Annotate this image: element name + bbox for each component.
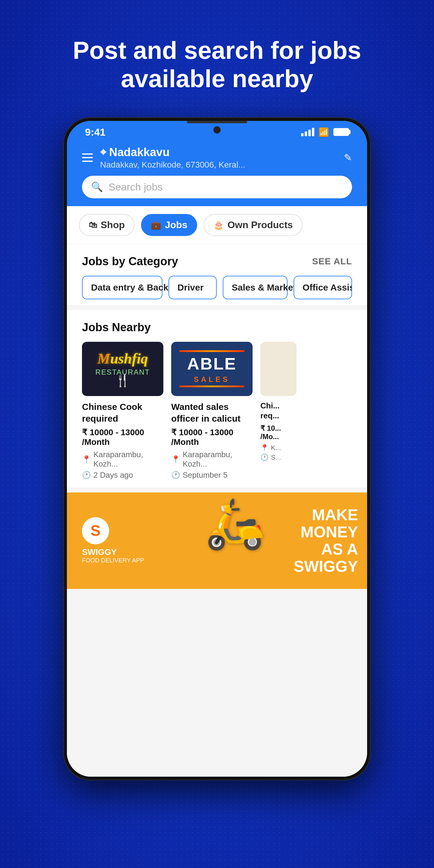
time-meta-icon: 🕐 bbox=[82, 471, 91, 479]
see-all-button[interactable]: SEE ALL bbox=[312, 256, 352, 267]
location-meta-icon-2: 📍 bbox=[171, 455, 180, 464]
location-name: ⌖ Nadakkavu bbox=[100, 146, 344, 159]
able-text: ABLE bbox=[187, 354, 237, 373]
own-products-icon: 🎂 bbox=[213, 220, 224, 230]
delivery-person-illustration: 🛵 bbox=[205, 495, 265, 552]
job-salary-2: ₹ 10000 - 13000 /Month bbox=[171, 427, 253, 447]
location-info: ⌖ Nadakkavu Nadakkav, Kozhikode, 673006,… bbox=[100, 146, 344, 170]
page-title: Post and search for jobs available nearb… bbox=[43, 0, 392, 117]
job-location-1: 📍 Karaparambu, Kozh... bbox=[82, 450, 163, 469]
time-meta-icon-3: 🕐 bbox=[260, 454, 269, 461]
location-subtitle: Nadakkav, Kozhikode, 673006, Keral... bbox=[100, 160, 344, 170]
swiggy-headline: MAKE MONEY AS A SWIGGY bbox=[293, 506, 358, 575]
tab-shop[interactable]: 🛍 Shop bbox=[79, 214, 134, 236]
hamburger-menu[interactable] bbox=[82, 153, 93, 162]
tab-shop-label: Shop bbox=[101, 219, 125, 230]
job-card-image-mushfiq: Mushfiq RESTAURANT 🍴 bbox=[82, 342, 163, 396]
time-meta-icon-2: 🕐 bbox=[171, 471, 180, 479]
tab-own-products-label: Own Products bbox=[227, 219, 293, 230]
app-header: ⌖ Nadakkavu Nadakkav, Kozhikode, 673006,… bbox=[67, 141, 367, 206]
categories-header: Jobs by Category SEE ALL bbox=[82, 255, 352, 268]
shop-icon: 🛍 bbox=[89, 220, 97, 230]
categories-title: Jobs by Category bbox=[82, 255, 178, 268]
categories-section: Jobs by Category SEE ALL Data entry & Ba… bbox=[67, 244, 367, 305]
signal-icon bbox=[301, 128, 314, 136]
job-title-2: Wanted sales officer in calicut bbox=[171, 401, 253, 424]
category-driver[interactable]: Driver bbox=[168, 276, 217, 299]
category-sales[interactable]: Sales & Marketing bbox=[223, 276, 287, 299]
category-office[interactable]: Office Assista... bbox=[293, 276, 352, 299]
search-bar[interactable]: 🔍 Search jobs bbox=[82, 176, 352, 198]
job-title-1: Chinese Cook required bbox=[82, 401, 163, 424]
job-posted-1: 🕐 2 Days ago bbox=[82, 470, 163, 480]
tab-jobs-label: Jobs bbox=[165, 219, 187, 230]
job-card-image-partial bbox=[260, 342, 297, 396]
location-meta-icon-3: 📍 bbox=[260, 444, 269, 452]
job-card-mushfiq[interactable]: Mushfiq RESTAURANT 🍴 Chinese Cook requir… bbox=[82, 342, 163, 482]
swiggy-logo-area: S SWIGGY FOOD DELIVERY APP bbox=[82, 517, 144, 564]
able-lines bbox=[179, 350, 244, 352]
categories-row: Data entry & Back office Driver Sales & … bbox=[82, 276, 352, 299]
able-lines-bottom bbox=[179, 385, 244, 387]
phone-screen: 9:41 📶 bbox=[67, 121, 367, 777]
mushfiq-logo: Mushfiq RESTAURANT 🍴 bbox=[82, 342, 163, 396]
job-card-partial[interactable]: Chi...req... ₹ 10.../Mo... 📍 K... 🕐 S... bbox=[260, 342, 297, 482]
able-logo: ABLE SALES bbox=[171, 342, 253, 396]
job-posted-3: 🕐 S... bbox=[260, 454, 297, 461]
swiggy-s-logo: S bbox=[82, 517, 109, 544]
location-meta-icon: 📍 bbox=[82, 455, 91, 464]
job-title-3: Chi...req... bbox=[260, 401, 297, 421]
location-pin-icon: ⌖ bbox=[100, 146, 106, 158]
phone-camera bbox=[213, 126, 221, 133]
phone-frame: 9:41 📶 bbox=[63, 117, 371, 780]
job-card-image-able: ABLE SALES bbox=[171, 342, 253, 396]
search-icon: 🔍 bbox=[91, 181, 103, 193]
job-posted-2: 🕐 Septumber 5 bbox=[171, 470, 253, 480]
job-location-3: 📍 K... bbox=[260, 444, 297, 452]
tab-navigation: 🛍 Shop 💼 Jobs 🎂 Own Products bbox=[67, 206, 367, 244]
jobs-row: Mushfiq RESTAURANT 🍴 Chinese Cook requir… bbox=[82, 342, 352, 482]
jobs-nearby-title: Jobs Nearby bbox=[82, 321, 151, 334]
swiggy-sub-label: FOOD DELIVERY APP bbox=[82, 557, 144, 564]
jobs-nearby-header: Jobs Nearby bbox=[82, 321, 352, 334]
swiggy-headline-area: MAKE MONEY AS A SWIGGY bbox=[293, 506, 358, 575]
job-location-2: 📍 Karaparambu, Kozh... bbox=[171, 450, 253, 469]
battery-icon bbox=[333, 128, 349, 136]
phone-notch bbox=[187, 121, 247, 123]
search-placeholder: Search jobs bbox=[108, 181, 163, 193]
tab-jobs[interactable]: 💼 Jobs bbox=[141, 214, 197, 236]
job-salary-3: ₹ 10.../Mo... bbox=[260, 424, 297, 441]
category-data-entry[interactable]: Data entry & Back office bbox=[82, 276, 162, 299]
able-sales-text: SALES bbox=[194, 375, 230, 384]
status-icons: 📶 bbox=[301, 127, 349, 137]
jobs-nearby-section: Jobs Nearby Mushfiq RESTAURANT bbox=[67, 310, 367, 488]
swiggy-brand-name: SWIGGY bbox=[82, 547, 117, 557]
edit-location-icon[interactable]: ✎ bbox=[344, 152, 352, 163]
wifi-icon: 📶 bbox=[318, 127, 329, 137]
job-card-able[interactable]: ABLE SALES Wanted sales officer in calic… bbox=[171, 342, 253, 482]
tab-own-products[interactable]: 🎂 Own Products bbox=[204, 214, 303, 236]
status-time: 9:41 bbox=[85, 126, 105, 138]
job-salary-1: ₹ 10000 - 13000 /Month bbox=[82, 427, 163, 447]
jobs-icon: 💼 bbox=[151, 220, 161, 230]
swiggy-ad-banner[interactable]: S SWIGGY FOOD DELIVERY APP 🛵 MAKE MONEY … bbox=[67, 493, 367, 589]
content-area: Jobs by Category SEE ALL Data entry & Ba… bbox=[67, 244, 367, 777]
